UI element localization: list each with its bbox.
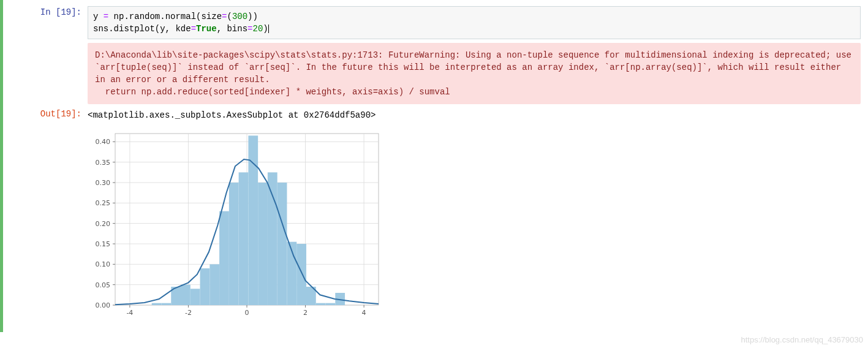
output-text: <matplotlib.axes._subplots.AxesSubplot a… [88,108,861,121]
y-tick-label: 0.05 [96,281,111,289]
histogram-bar [258,183,268,305]
histogram-bar [248,135,258,305]
histogram-bar [268,172,277,305]
histogram-bar [239,172,249,305]
input-row: In [19]: y = np.random.normal(size=(300)… [3,6,861,39]
x-tick-label: 2 [303,309,308,317]
histogram-bar [316,303,326,305]
text-cursor [268,25,269,33]
y-tick-label: 0.30 [96,179,111,187]
warning-output: D:\Anaconda\lib\site-packages\scipy\stat… [88,43,861,104]
histogram-bar [296,244,306,305]
x-tick-label: -2 [185,309,192,317]
y-tick-label: 0.40 [96,138,111,146]
y-tick-label: 0.20 [96,220,111,228]
distplot-chart: -4-20240.000.050.100.150.200.250.300.350… [81,127,388,323]
histogram-bar [229,183,239,305]
histogram-bar [326,303,336,305]
histogram-bar [277,183,287,305]
histogram-bar [152,303,162,305]
stderr-row: D:\Anaconda\lib\site-packages\scipy\stat… [3,43,861,104]
histogram-bar [181,285,191,305]
histogram-bar [219,211,229,305]
histogram-bar [200,268,210,305]
y-tick-label: 0.15 [96,240,111,248]
histogram-bar [209,264,219,305]
y-tick-label: 0.25 [96,199,111,207]
output-row: Out[19]: <matplotlib.axes._subplots.Axes… [3,108,861,121]
output-prompt: Out[19]: [3,108,88,120]
y-tick-label: 0.35 [96,159,111,167]
input-prompt: In [19]: [3,6,88,18]
plot-output: -4-20240.000.050.100.150.200.250.300.350… [81,127,861,326]
x-tick-label: -4 [126,309,133,317]
y-tick-label: 0.10 [96,260,111,268]
x-tick-label: 4 [362,309,366,317]
notebook-cell: In [19]: y = np.random.normal(size=(300)… [0,0,868,332]
code-input[interactable]: y = np.random.normal(size=(300)) sns.dis… [88,6,861,39]
y-tick-label: 0.00 [96,301,111,309]
x-tick-label: 0 [245,309,249,317]
histogram-bar [191,289,200,305]
histogram-bar [161,303,171,305]
